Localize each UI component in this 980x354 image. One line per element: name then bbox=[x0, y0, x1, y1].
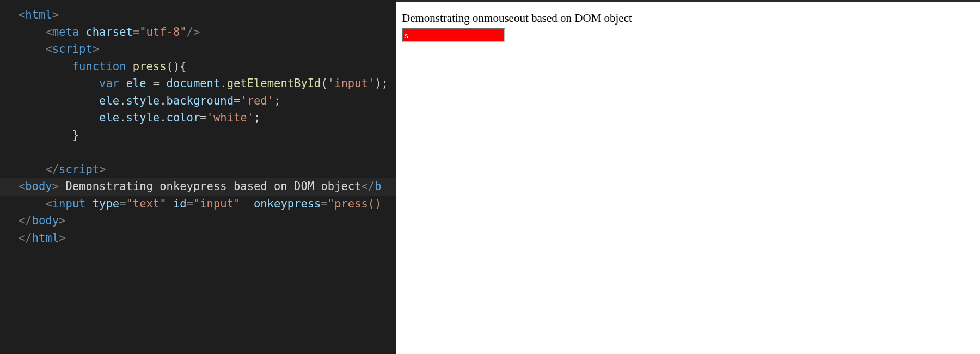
code-editor-pane[interactable]: <html> <meta charset="utf-8"/> <script> … bbox=[0, 0, 396, 354]
source-code[interactable]: <html> <meta charset="utf-8"/> <script> … bbox=[0, 0, 396, 247]
preview-body-text: Demonstrating onmouseout based on DOM ob… bbox=[402, 11, 980, 25]
browser-preview-pane: Demonstrating onmouseout based on DOM ob… bbox=[396, 0, 980, 354]
preview-text-input[interactable] bbox=[402, 28, 505, 42]
